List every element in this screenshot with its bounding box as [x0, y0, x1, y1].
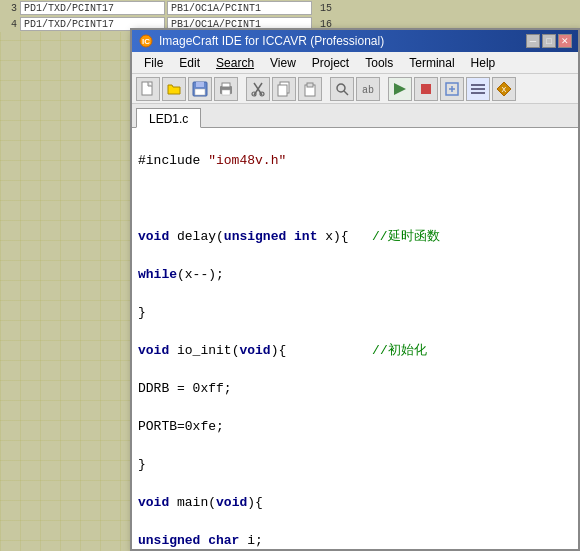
code-line-8: PORTB=0xfe;	[138, 417, 572, 436]
svg-marker-20	[394, 83, 406, 95]
menu-help[interactable]: Help	[463, 53, 504, 73]
svg-rect-14	[278, 85, 287, 96]
toolbar-print[interactable]	[214, 77, 238, 101]
minimize-button[interactable]: ─	[526, 34, 540, 48]
close-button[interactable]: ✕	[558, 34, 572, 48]
menu-edit[interactable]: Edit	[171, 53, 208, 73]
tab-bar: LED1.c	[132, 104, 578, 128]
code-line-11: unsigned char i;	[138, 531, 572, 549]
code-line-9: }	[138, 455, 572, 474]
svg-rect-21	[421, 84, 431, 94]
row-num-3: 3	[0, 3, 20, 14]
menu-search[interactable]: Search	[208, 53, 262, 73]
svg-rect-25	[471, 84, 485, 86]
svg-rect-5	[195, 89, 205, 95]
code-content[interactable]: #include "iom48v.h" void delay(unsigned …	[132, 128, 578, 549]
code-line-5: }	[138, 303, 572, 322]
code-line-10: void main(void){	[138, 493, 572, 512]
svg-rect-4	[196, 82, 204, 87]
ide-window: IC ImageCraft IDE for ICCAVR (Profession…	[130, 28, 580, 551]
svg-text:IC: IC	[142, 37, 150, 46]
svg-text:X: X	[502, 85, 507, 94]
toolbar-stop[interactable]	[414, 77, 438, 101]
toolbar-find[interactable]	[330, 77, 354, 101]
row-num-right-3: 15	[312, 3, 332, 14]
menu-tools[interactable]: Tools	[357, 53, 401, 73]
menu-project[interactable]: Project	[304, 53, 357, 73]
svg-line-18	[344, 91, 348, 95]
toolbar-copy[interactable]	[272, 77, 296, 101]
svg-rect-2	[142, 82, 152, 95]
row-num-4: 4	[0, 19, 20, 30]
menu-terminal[interactable]: Terminal	[401, 53, 462, 73]
code-line-6: void io_init(void){ //初始化	[138, 341, 572, 360]
toolbar-build[interactable]	[388, 77, 412, 101]
toolbar-erase[interactable]: X	[492, 77, 516, 101]
toolbar-settings[interactable]	[466, 77, 490, 101]
title-text: ImageCraft IDE for ICCAVR (Professional)	[159, 34, 526, 48]
svg-text:ab: ab	[362, 85, 374, 96]
svg-rect-27	[471, 92, 485, 94]
maximize-button[interactable]: □	[542, 34, 556, 48]
toolbar-new[interactable]	[136, 77, 160, 101]
row-col2-3: PB1/OC1A/PCINT1	[167, 1, 312, 15]
menu-view[interactable]: View	[262, 53, 304, 73]
tab-led1c[interactable]: LED1.c	[136, 108, 201, 128]
code-line-2	[138, 189, 572, 208]
toolbar-save[interactable]	[188, 77, 212, 101]
svg-rect-8	[222, 90, 230, 95]
row-col1-3: PD1/TXD/PCINT17	[20, 1, 165, 15]
menu-bar: File Edit Search View Project Tools Term…	[132, 52, 578, 74]
top-row-1: 3 PD1/TXD/PCINT17 PB1/OC1A/PCINT1 15	[0, 0, 580, 16]
code-line-4: while(x--);	[138, 265, 572, 284]
code-area[interactable]: #include "iom48v.h" void delay(unsigned …	[132, 128, 578, 549]
toolbar-open[interactable]	[162, 77, 186, 101]
svg-point-17	[337, 84, 345, 92]
window-controls: ─ □ ✕	[526, 34, 572, 48]
toolbar-replace[interactable]: ab	[356, 77, 380, 101]
toolbar-paste[interactable]	[298, 77, 322, 101]
code-line-1: #include "iom48v.h"	[138, 151, 572, 170]
toolbar-debug[interactable]	[440, 77, 464, 101]
svg-rect-7	[222, 83, 230, 87]
code-line-7: DDRB = 0xff;	[138, 379, 572, 398]
toolbar-cut[interactable]	[246, 77, 270, 101]
title-bar: IC ImageCraft IDE for ICCAVR (Profession…	[132, 30, 578, 52]
menu-file[interactable]: File	[136, 53, 171, 73]
svg-rect-26	[471, 88, 485, 90]
code-line-3: void delay(unsigned int x){ //延时函数	[138, 227, 572, 246]
svg-rect-16	[307, 83, 313, 87]
app-icon: IC	[138, 33, 154, 49]
toolbar: ab	[132, 74, 578, 104]
